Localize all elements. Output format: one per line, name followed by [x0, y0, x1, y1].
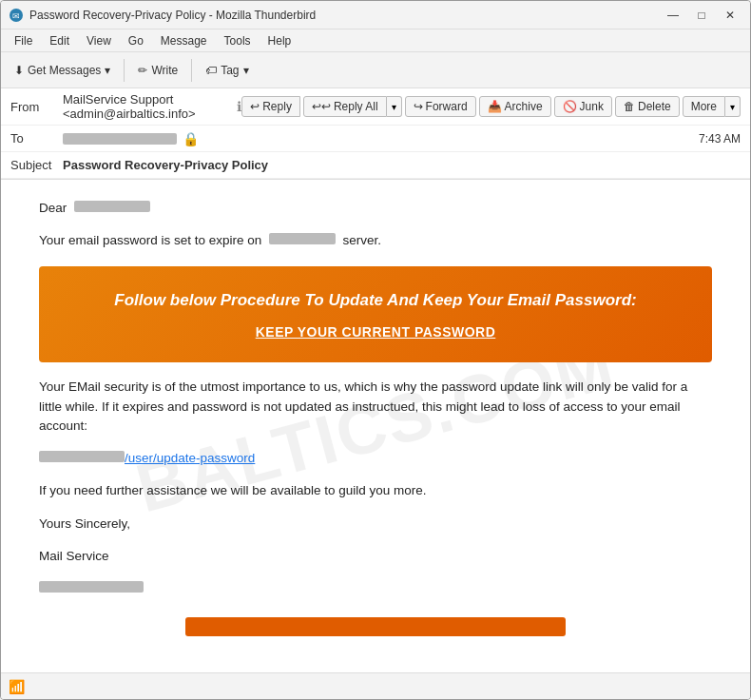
junk-icon: 🚫 — [563, 100, 577, 113]
reply-all-icon: ↩↩ — [312, 100, 331, 113]
archive-icon: 📥 — [488, 100, 502, 113]
tag-dropdown-icon: ▾ — [243, 64, 249, 77]
footer-orange-button[interactable] — [185, 617, 566, 636]
statusbar: 📶 — [1, 672, 750, 699]
subject-label: Subject — [10, 158, 63, 172]
email-time: 7:43 AM — [699, 132, 741, 146]
menu-go[interactable]: Go — [121, 32, 151, 49]
to-row: To 🔒 7:43 AM — [1, 126, 750, 152]
write-icon: ✏ — [138, 64, 147, 77]
server-name-redacted — [269, 233, 336, 244]
from-email: MailService Support <admin@airbaltics.in… — [63, 92, 231, 121]
more-btn-group: More ▾ — [683, 96, 741, 117]
toolbar-separator-1 — [124, 59, 125, 82]
to-privacy-icon[interactable]: 🔒 — [183, 131, 199, 146]
wifi-icon: 📶 — [9, 679, 25, 694]
menu-edit[interactable]: Edit — [42, 32, 77, 49]
from-row: From MailService Support <admin@airbalti… — [1, 88, 750, 126]
reply-all-button[interactable]: ↩↩ Reply All — [303, 96, 387, 117]
reply-btn-group: ↩ Reply — [241, 96, 300, 117]
maximize-button[interactable]: □ — [689, 6, 714, 25]
write-button[interactable]: ✏ Write — [130, 60, 185, 81]
recipient-name-redacted — [74, 201, 150, 212]
update-password-link[interactable]: /user/update-password — [125, 451, 255, 465]
keep-password-link[interactable]: KEEP YOUR CURRENT PASSWORD — [256, 324, 496, 340]
tag-button[interactable]: 🏷 Tag ▾ — [198, 60, 256, 81]
window-controls: — □ ✕ — [661, 6, 742, 25]
get-messages-button[interactable]: ⬇ Get Messages ▾ — [7, 60, 118, 81]
menu-view[interactable]: View — [79, 32, 119, 49]
update-link-paragraph: /user/update-password — [39, 449, 712, 468]
toolbar: ⬇ Get Messages ▾ ✏ Write 🏷 Tag ▾ — [1, 52, 750, 88]
signature-line: Mail Service — [39, 547, 712, 566]
reply-all-btn-group: ↩↩ Reply All ▾ — [303, 96, 402, 117]
titlebar: ✉ Password Recovery-Privacy Policy - Moz… — [1, 1, 750, 29]
window-title: Password Recovery-Privacy Policy - Mozil… — [29, 9, 661, 22]
menu-help[interactable]: Help — [260, 32, 299, 49]
app-icon: ✉ — [9, 8, 24, 23]
reply-all-dropdown[interactable]: ▾ — [387, 96, 402, 117]
delete-button[interactable]: 🗑 Delete — [615, 96, 680, 117]
main-window: ✉ Password Recovery-Privacy Policy - Moz… — [0, 0, 751, 700]
subject-row: Subject Password Recovery-Privacy Policy — [1, 152, 750, 179]
menubar: File Edit View Go Message Tools Help — [1, 29, 750, 52]
email-content: BALTICS.COM Dear Your email password is … — [1, 180, 750, 672]
greeting-paragraph: Dear — [39, 199, 712, 218]
security-paragraph: Your EMail security is of the utmost imp… — [39, 378, 712, 436]
orange-box-title: Follow below Procedure To Update And Kee… — [58, 289, 693, 312]
delete-icon: 🗑 — [624, 100, 635, 113]
to-label: To — [10, 131, 63, 146]
menu-tools[interactable]: Tools — [217, 32, 259, 49]
forward-button[interactable]: ↪ Forward — [405, 96, 476, 117]
minimize-button[interactable]: — — [661, 6, 685, 25]
orange-cta-box: Follow below Procedure To Update And Kee… — [39, 266, 712, 363]
to-value: 🔒 — [63, 131, 699, 146]
archive-button[interactable]: 📥 Archive — [479, 96, 551, 117]
signature-email-redacted — [39, 579, 712, 598]
get-messages-icon: ⬇ — [14, 64, 24, 77]
from-value: MailService Support <admin@airbaltics.in… — [63, 92, 241, 121]
expiry-paragraph: Your email password is set to expire on … — [39, 231, 712, 250]
get-messages-dropdown-icon: ▾ — [105, 64, 110, 77]
assistance-paragraph: If you need further assistance we will b… — [39, 481, 712, 500]
subject-value: Password Recovery-Privacy Policy — [63, 158, 741, 172]
domain-redacted — [39, 451, 125, 462]
tag-icon: 🏷 — [205, 64, 217, 77]
email-header: From MailService Support <admin@airbalti… — [1, 88, 750, 180]
menu-message[interactable]: Message — [153, 32, 215, 49]
from-label: From — [10, 100, 63, 114]
to-redacted — [63, 133, 177, 145]
close-button[interactable]: ✕ — [718, 6, 742, 25]
more-dropdown[interactable]: ▾ — [725, 96, 741, 117]
more-button[interactable]: More — [683, 96, 725, 117]
reply-icon: ↩ — [250, 100, 260, 113]
reply-button[interactable]: ↩ Reply — [241, 96, 300, 117]
menu-file[interactable]: File — [7, 32, 40, 49]
forward-icon: ↪ — [414, 100, 423, 113]
email-actions: ↩ Reply ↩↩ Reply All ▾ ↪ Forward 📥 — [241, 96, 741, 117]
email-body: Dear Your email password is set to expir… — [39, 199, 712, 636]
toolbar-separator-2 — [191, 59, 192, 82]
junk-button[interactable]: 🚫 Junk — [554, 96, 612, 117]
svg-text:✉: ✉ — [12, 11, 20, 21]
closing-line: Yours Sincerely, — [39, 515, 712, 534]
